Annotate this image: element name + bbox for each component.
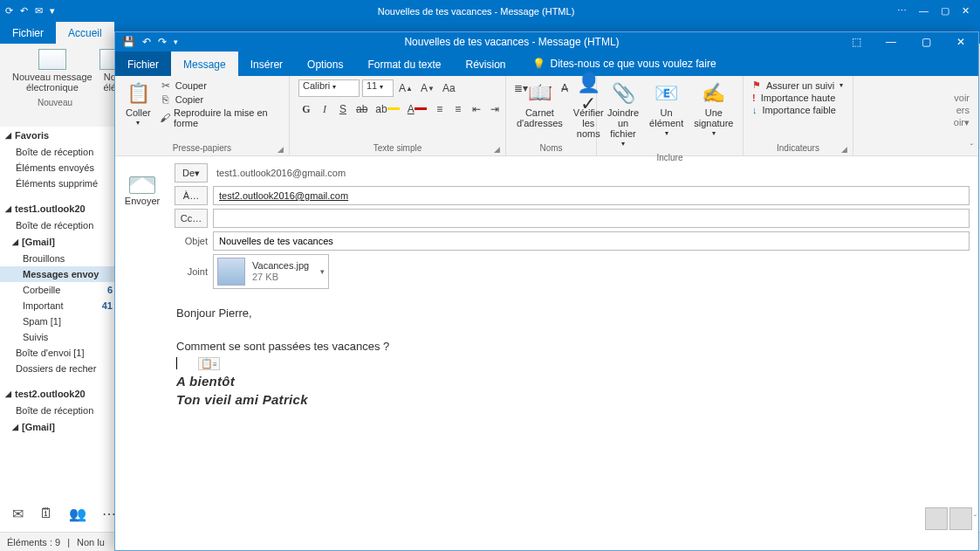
- sidebar-acct1-inbox[interactable]: Boîte de réception: [0, 217, 118, 233]
- to-button[interactable]: À…: [175, 186, 208, 205]
- font-color-button[interactable]: A: [405, 100, 429, 118]
- sidebar-trash[interactable]: Corbeille6: [0, 282, 118, 298]
- follow-up-button[interactable]: ⚑Assurer un suivi▾: [752, 79, 843, 91]
- parent-ribbon-opts-icon[interactable]: ⋯: [897, 5, 907, 17]
- sidebar-outbox[interactable]: Boîte d'envoi [1]: [0, 345, 118, 361]
- sidebar-important[interactable]: Important41: [0, 298, 118, 313]
- sidebar-account2-header[interactable]: ◢test2.outlook20: [0, 385, 118, 403]
- nav-people-icon[interactable]: 👥: [69, 506, 86, 525]
- tab-format-text[interactable]: Format du texte: [355, 52, 453, 76]
- high-importance-icon: !: [752, 93, 756, 103]
- tell-me-search[interactable]: 💡 Dites-nous ce que vous voulez faire: [518, 52, 716, 76]
- high-importance-button[interactable]: !Importance haute: [752, 93, 843, 103]
- qat-undo-icon[interactable]: ↶: [20, 5, 28, 17]
- to-field[interactable]: [213, 186, 970, 205]
- message-body[interactable]: Bonjour Pierre, Comment se sont passées …: [175, 298, 970, 490]
- sidebar-acct2-inbox[interactable]: Boîte de réception: [0, 403, 118, 418]
- ribbon-group-new: Nouveau: [7, 98, 103, 107]
- new-email-button[interactable]: Nouveau message électronique: [7, 45, 98, 96]
- low-importance-button[interactable]: ↓Importance faible: [752, 105, 843, 115]
- avatar[interactable]: [925, 507, 948, 530]
- qat-redo-icon[interactable]: ↷: [158, 36, 167, 48]
- attach-item-button[interactable]: 📧 Un élément▾: [644, 78, 689, 141]
- highlight-button[interactable]: ab: [373, 100, 401, 118]
- ribbon-group-tags: Indicateurs◢: [749, 142, 847, 154]
- tab-review[interactable]: Révision: [453, 52, 517, 76]
- format-painter-button[interactable]: 🖌Reproduire la mise en forme: [160, 107, 280, 128]
- subject-field[interactable]: [213, 231, 970, 251]
- send-envelope-icon: [129, 176, 155, 194]
- sidebar-gmail-header[interactable]: ◢[Gmail]: [0, 233, 118, 251]
- parent-close-icon[interactable]: ✕: [962, 5, 970, 17]
- qat-dropdown-icon[interactable]: ▾: [174, 38, 178, 46]
- increase-indent-button[interactable]: ⇥: [487, 100, 503, 118]
- compose-close-icon[interactable]: ✕: [943, 32, 978, 52]
- copy-button[interactable]: ⎘Copier: [160, 93, 280, 106]
- parent-tab-file[interactable]: Fichier: [0, 22, 56, 44]
- tab-message[interactable]: Message: [171, 52, 238, 76]
- people-pane-toggle-icon[interactable]: ˇ: [974, 514, 977, 524]
- strike-button[interactable]: ab: [353, 100, 370, 118]
- compose-maximize-icon[interactable]: ▢: [908, 32, 943, 52]
- sidebar-gmail2-header[interactable]: ◢[Gmail]: [0, 418, 118, 436]
- align-left-button[interactable]: ≡: [432, 100, 448, 118]
- paste-button[interactable]: 📋 Coller ▾: [120, 78, 156, 131]
- sidebar-search-folders[interactable]: Dossiers de recher: [0, 361, 118, 376]
- tab-options[interactable]: Options: [295, 52, 355, 76]
- ribbon-overflow[interactable]: voirersoir▾: [954, 92, 970, 129]
- attachment-chip[interactable]: Vacances.jpg 27 KB ▾: [213, 254, 329, 289]
- qat-undo2-icon[interactable]: ↶: [142, 36, 151, 48]
- qat-save-icon[interactable]: 💾: [122, 36, 135, 48]
- qat-send-receive-icon[interactable]: ⟳: [5, 5, 13, 17]
- parent-maximize-icon[interactable]: ▢: [941, 5, 949, 17]
- italic-button[interactable]: I: [317, 100, 332, 118]
- decrease-indent-button[interactable]: ⇤: [469, 100, 484, 118]
- qat-icon[interactable]: ✉: [35, 5, 43, 17]
- sidebar-fav-sent[interactable]: Éléments envoyés: [0, 160, 118, 176]
- change-case-button[interactable]: Aa: [440, 79, 458, 97]
- send-button[interactable]: Envoyer: [119, 170, 166, 212]
- sidebar-fav-deleted[interactable]: Éléments supprimé: [0, 176, 118, 191]
- bold-button[interactable]: G: [298, 100, 314, 118]
- attach-item-icon: 📧: [654, 81, 679, 106]
- cc-button[interactable]: Cc…: [175, 209, 208, 228]
- signature-button[interactable]: ✍ Une signature▾: [689, 78, 738, 141]
- font-size-select[interactable]: 11 ▾: [362, 79, 394, 97]
- cut-button[interactable]: ✂Couper: [160, 79, 280, 92]
- sidebar-sent-messages[interactable]: Messages envoy: [0, 266, 118, 282]
- parent-minimize-icon[interactable]: —: [919, 5, 929, 17]
- signature-icon: ✍: [702, 81, 726, 106]
- align-center-button[interactable]: ≡: [450, 100, 466, 118]
- attachment-dropdown-icon[interactable]: ▾: [320, 267, 325, 276]
- tab-insert[interactable]: Insérer: [238, 52, 295, 76]
- compose-window-title: Nouvelles de tes vacances - Message (HTM…: [185, 36, 839, 48]
- parent-tab-home[interactable]: Accueil: [56, 22, 114, 44]
- cc-field[interactable]: [213, 209, 970, 228]
- font-name-select[interactable]: Calibri ▾: [298, 79, 360, 97]
- address-book-button[interactable]: 📖 Carnet d'adresses: [511, 78, 568, 132]
- lightbulb-icon: 💡: [532, 58, 545, 70]
- sidebar-account1-header[interactable]: ◢test1.outlook20: [0, 200, 118, 217]
- low-importance-icon: ↓: [752, 105, 757, 115]
- from-button[interactable]: De ▾: [175, 163, 208, 183]
- sidebar-fav-inbox[interactable]: Boîte de réception: [0, 144, 118, 160]
- sidebar-followed[interactable]: Suivis: [0, 329, 118, 345]
- collapse-ribbon-icon[interactable]: ˇ: [970, 143, 973, 153]
- attach-file-button[interactable]: 📎 Joindre un fichier▾: [602, 78, 644, 152]
- sidebar-spam[interactable]: Spam [1]: [0, 313, 118, 329]
- compose-ribbon-options-icon[interactable]: ⬚: [839, 32, 874, 52]
- avatar[interactable]: [949, 507, 972, 530]
- grow-font-button[interactable]: A▲: [396, 79, 415, 97]
- compose-minimize-icon[interactable]: —: [874, 32, 908, 52]
- sidebar-favorites-header[interactable]: ◢Favoris: [0, 127, 118, 144]
- underline-button[interactable]: S: [335, 100, 351, 118]
- paste-options-icon[interactable]: 📋≡: [198, 357, 220, 370]
- nav-calendar-icon[interactable]: 🗓: [39, 506, 53, 525]
- sidebar-drafts[interactable]: Brouillons: [0, 251, 118, 266]
- folder-sidebar: ◢Favoris Boîte de réception Éléments env…: [0, 127, 119, 520]
- nav-mail-icon[interactable]: ✉: [12, 506, 24, 525]
- ribbon-group-basic-text: Texte simple◢: [295, 142, 500, 154]
- shrink-font-button[interactable]: A▼: [418, 79, 437, 97]
- tab-file[interactable]: Fichier: [115, 52, 171, 76]
- ribbon-group-clipboard: Presse-papiers◢: [120, 142, 284, 154]
